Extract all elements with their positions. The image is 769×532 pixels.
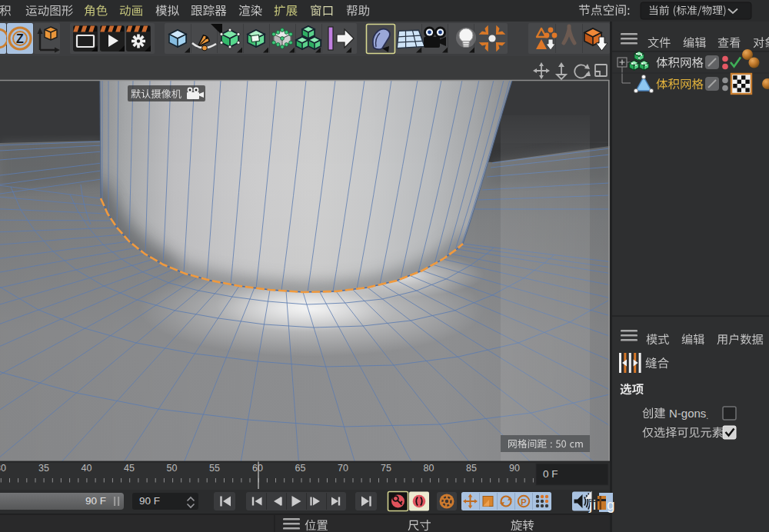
svg-text:Z: Z (16, 32, 24, 45)
svg-text:i: i (593, 497, 596, 513)
svg-text:P: P (521, 497, 526, 507)
svg-text:N-gons.: N-gons. (669, 407, 708, 421)
svg-text:g: g (607, 497, 615, 513)
svg-text:j: j (588, 497, 592, 513)
